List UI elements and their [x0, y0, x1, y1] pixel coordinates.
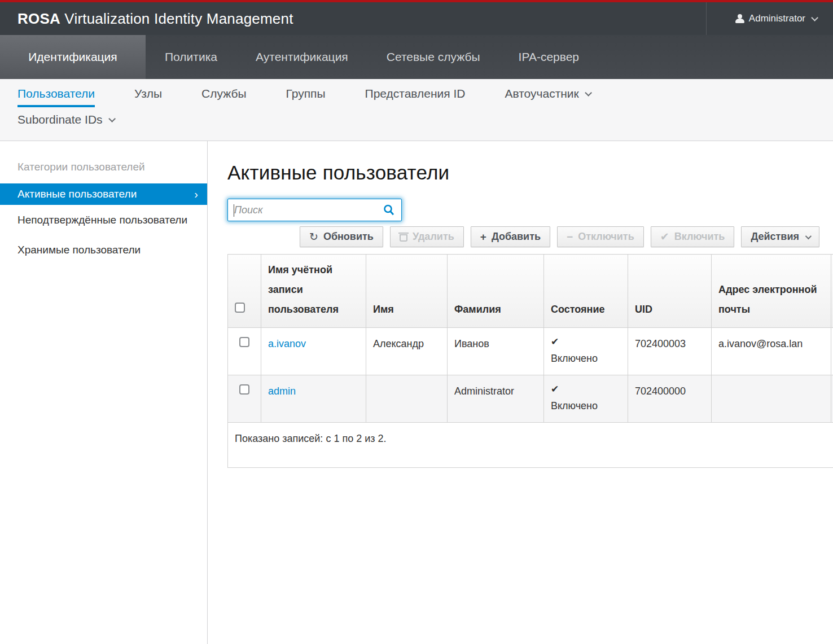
subtab-services[interactable]: Службы — [201, 87, 247, 107]
chevron-down-icon — [805, 233, 812, 239]
user-menu[interactable]: Administrator — [706, 2, 833, 35]
app-title: ROSA Virtualization Identity Management — [0, 10, 293, 28]
subtab-subordinate-ids-label: Subordinate IDs — [17, 113, 103, 126]
minus-icon: − — [567, 231, 573, 242]
col-header-sliver — [831, 255, 833, 328]
main-panel: Активные пользователи ↻ Обновить Удалить — [208, 141, 833, 644]
app-title-bold: ROSA — [17, 10, 60, 27]
select-all-checkbox[interactable] — [235, 303, 245, 313]
disable-button[interactable]: − Отключить — [557, 226, 644, 247]
sidebar: Категории пользователей Активные пользов… — [0, 141, 208, 644]
status-cell: ✔ Включено — [544, 375, 628, 423]
col-header-uid: UID — [628, 255, 712, 328]
app-title-rest: Virtualization Identity Management — [60, 10, 293, 27]
login-cell: admin — [261, 375, 366, 423]
secondary-nav-row2: Subordinate IDs — [17, 113, 833, 133]
sidebar-item-stage-users[interactable]: Неподтверждённые пользователи — [0, 205, 207, 235]
table-summary-row: Показано записей: с 1 по 2 из 2. — [228, 423, 833, 468]
col-header-first-name: Имя — [366, 255, 448, 328]
chevron-down-icon — [811, 14, 818, 21]
subtab-id-views[interactable]: Представления ID — [365, 87, 466, 107]
sidebar-item-label: Активные пользователи — [17, 188, 137, 200]
first-name-cell — [366, 375, 448, 423]
pagination-summary: Показано записей: с 1 по 2 из 2. — [228, 423, 833, 468]
delete-button[interactable]: Удалить — [390, 226, 464, 247]
user-menu-label: Administrator — [749, 13, 805, 24]
status-cell: ✔ Включено — [544, 328, 628, 375]
chevron-down-icon — [585, 89, 592, 97]
subtab-groups[interactable]: Группы — [286, 87, 326, 107]
col-header-status: Состояние — [544, 255, 628, 328]
enabled-check-icon: ✔ — [551, 382, 621, 397]
sidebar-item-preserved-users[interactable]: Хранимые пользователи — [0, 235, 207, 265]
last-name-cell: Administrator — [448, 375, 544, 423]
row-select-cell — [228, 375, 261, 423]
chevron-right-icon: › — [194, 188, 198, 200]
user-icon — [735, 14, 744, 23]
last-name-cell: Иванов — [448, 328, 544, 375]
uid-cell: 702400000 — [628, 375, 712, 423]
col-header-login: Имя учётной записи пользователя — [261, 255, 366, 328]
subtab-hosts[interactable]: Узлы — [134, 87, 162, 107]
row-select-cell — [228, 328, 261, 375]
subtab-subordinate-ids[interactable]: Subordinate IDs — [17, 113, 113, 133]
check-icon: ✔ — [660, 231, 669, 242]
content-area: Категории пользователей Активные пользов… — [0, 141, 833, 644]
user-link[interactable]: admin — [268, 385, 296, 397]
uid-cell: 702400003 — [628, 328, 712, 375]
row-checkbox[interactable] — [239, 337, 249, 347]
search-icon — [383, 204, 395, 216]
sidebar-item-active-users[interactable]: Активные пользователи › — [0, 183, 207, 205]
tab-identity[interactable]: Идентификация — [0, 35, 146, 79]
subtab-users[interactable]: Пользователи — [17, 87, 95, 107]
table-row: a.ivanov Александр Иванов ✔ Включено 702… — [228, 328, 833, 375]
text-cursor — [234, 204, 234, 217]
actions-dropdown-button[interactable]: Действия — [741, 226, 819, 247]
sidebar-heading: Категории пользователей — [0, 152, 207, 183]
status-label: Включено — [551, 397, 621, 415]
table-header-row: Имя учётной записи пользователя Имя Фами… — [228, 255, 833, 328]
col-header-last-name: Фамилия — [448, 255, 544, 328]
search-button[interactable] — [376, 199, 401, 221]
status-label: Включено — [551, 349, 621, 368]
col-header-email: Адрес электронной почты — [712, 255, 831, 328]
secondary-nav-row1: Пользователи Узлы Службы Группы Представ… — [17, 87, 833, 107]
add-button[interactable]: + Добавить — [471, 226, 550, 247]
enable-button-label: Включить — [674, 231, 725, 243]
toolbar: ↻ Обновить Удалить + Добавить − Отключит… — [227, 226, 819, 247]
page-title: Активные пользователи — [227, 161, 833, 184]
search-input[interactable] — [228, 199, 376, 221]
refresh-button-label: Обновить — [323, 231, 374, 243]
secondary-nav: Пользователи Узлы Службы Группы Представ… — [0, 79, 833, 141]
add-button-label: Добавить — [492, 231, 541, 243]
row-checkbox[interactable] — [239, 384, 249, 395]
first-name-cell: Александр — [366, 328, 448, 375]
sliver-cell — [831, 375, 833, 423]
tab-policy[interactable]: Политика — [146, 35, 236, 79]
select-all-header — [228, 255, 261, 328]
enabled-check-icon: ✔ — [551, 335, 621, 349]
users-table: Имя учётной записи пользователя Имя Фами… — [227, 254, 833, 468]
login-cell: a.ivanov — [261, 328, 366, 375]
email-cell — [712, 375, 831, 423]
tab-network-services[interactable]: Сетевые службы — [367, 35, 499, 79]
chevron-down-icon — [108, 115, 116, 122]
tab-authentication[interactable]: Аутентификация — [236, 35, 367, 79]
enable-button[interactable]: ✔ Включить — [651, 226, 735, 247]
table-row: admin Administrator ✔ Включено 702400000 — [228, 375, 833, 423]
sliver-cell — [831, 328, 833, 375]
email-cell: a.ivanov@rosa.lan — [712, 328, 831, 375]
disable-button-label: Отключить — [578, 231, 634, 243]
trash-icon — [400, 233, 407, 242]
delete-button-label: Удалить — [413, 231, 454, 243]
user-link[interactable]: a.ivanov — [268, 338, 306, 349]
plus-icon: + — [480, 231, 486, 242]
masthead: ROSA Virtualization Identity Management … — [0, 2, 833, 35]
actions-button-label: Действия — [751, 231, 799, 243]
search-box — [227, 199, 402, 221]
primary-nav: Идентификация Политика Аутентификация Се… — [0, 35, 833, 79]
refresh-button[interactable]: ↻ Обновить — [300, 226, 383, 247]
subtab-automember-label: Автоучастник — [505, 87, 578, 100]
subtab-automember[interactable]: Автоучастник — [505, 87, 589, 107]
tab-ipa-server[interactable]: IPA-сервер — [499, 35, 598, 79]
